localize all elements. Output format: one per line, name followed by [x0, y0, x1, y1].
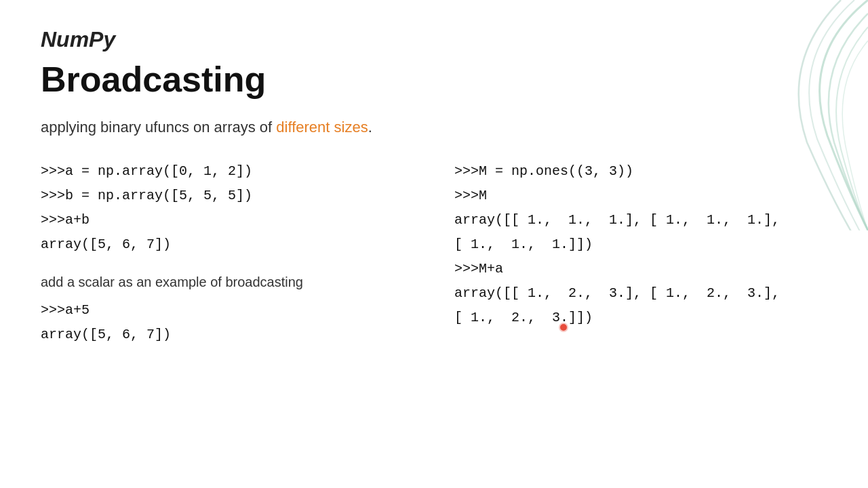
subtitle-highlight: different sizes: [276, 119, 368, 136]
code-line-5: >>>a+5: [41, 300, 414, 321]
right-code-line-6: array([[ 1., 2., 3.], [ 1., 2., 3.],: [454, 283, 827, 304]
left-code-block-1: >>>a = np.array([0, 1, 2]) >>>b = np.arr…: [41, 161, 414, 256]
code-line-3: >>>a+b: [41, 209, 414, 231]
slide-container: NumPy Broadcasting applying binary ufunc…: [0, 0, 868, 488]
left-code-block-2: >>>a+5 array([5, 6, 7]): [41, 300, 414, 346]
right-code-line-2: >>>M: [454, 185, 827, 207]
right-code-line-1: >>>M = np.ones((3, 3)): [454, 161, 827, 182]
right-code-line-5: >>>M+a: [454, 258, 827, 280]
right-code-line-7: [ 1., 2., 3.]]): [454, 307, 827, 329]
broadcasting-note: add a scalar as an example of broadcasti…: [41, 274, 414, 290]
code-line-4: array([5, 6, 7]): [41, 234, 414, 256]
right-code-line-4: [ 1., 1., 1.]]): [454, 234, 827, 256]
numpy-title: NumPy: [41, 27, 827, 52]
left-column: >>>a = np.array([0, 1, 2]) >>>b = np.arr…: [41, 161, 414, 352]
code-line-6: array([5, 6, 7]): [41, 324, 414, 346]
right-code-line-3: array([[ 1., 1., 1.], [ 1., 1., 1.],: [454, 209, 827, 231]
code-line-2: >>>b = np.array([5, 5, 5]): [41, 185, 414, 207]
subtitle-suffix: .: [368, 119, 372, 136]
subtitle: applying binary ufuncs on arrays of diff…: [41, 119, 827, 136]
code-line-1: >>>a = np.array([0, 1, 2]): [41, 161, 414, 182]
content-columns: >>>a = np.array([0, 1, 2]) >>>b = np.arr…: [41, 161, 827, 352]
broadcasting-title: Broadcasting: [41, 59, 827, 100]
right-column: >>>M = np.ones((3, 3)) >>>M array([[ 1.,…: [454, 161, 827, 352]
right-code-block: >>>M = np.ones((3, 3)) >>>M array([[ 1.,…: [454, 161, 827, 329]
subtitle-prefix: applying binary ufuncs on arrays of: [41, 119, 276, 136]
